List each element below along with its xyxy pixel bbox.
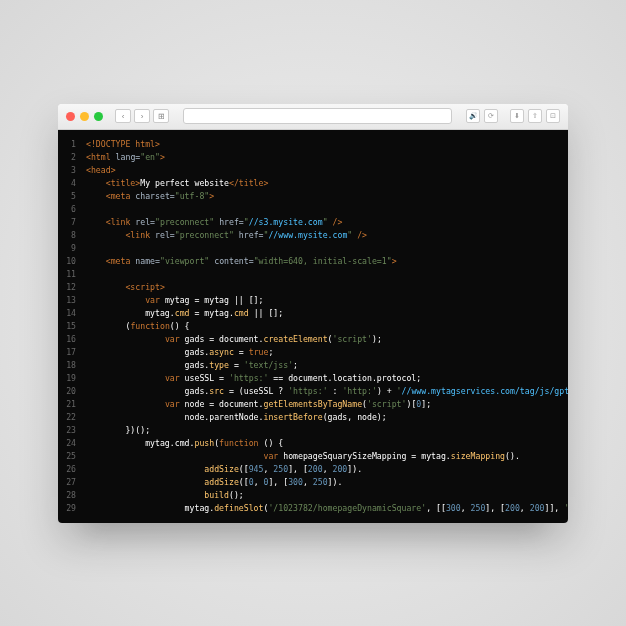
code-content: var homepageSquarySizeMapping = mytag.si… [86,450,568,463]
share-button[interactable]: ⇧ [528,109,542,123]
toolbar-actions: ⬇ ⇧ ⊡ [510,109,560,123]
code-content: <meta charset="utf-8"> [86,190,568,203]
line-number: 8 [58,229,86,242]
close-icon[interactable] [66,112,75,121]
code-content: <html lang="en"> [86,151,568,164]
code-content: addSize([0, 0], [300, 250]). [86,476,568,489]
code-line[interactable]: 6 [58,203,568,216]
code-line[interactable]: 21 var node = document.getElementsByTagN… [58,398,568,411]
code-line[interactable]: 5 <meta charset="utf-8"> [58,190,568,203]
line-number: 18 [58,359,86,372]
code-line[interactable]: 13 var mytag = mytag || []; [58,294,568,307]
line-number: 6 [58,203,86,216]
code-line[interactable]: 12 <script> [58,281,568,294]
code-content: <link rel="preconnect" href="//s3.mysite… [86,216,568,229]
code-line[interactable]: 9 [58,242,568,255]
code-line[interactable]: 18 gads.type = 'text/jss'; [58,359,568,372]
code-content: (function() { [86,320,568,333]
code-line[interactable]: 11 [58,268,568,281]
maximize-icon[interactable] [94,112,103,121]
code-content: addSize([945, 250], [200, 200]). [86,463,568,476]
line-number: 26 [58,463,86,476]
code-content: var gads = document.createElement('scrip… [86,333,568,346]
code-content: <link rel="preconnect" href="//www.mysit… [86,229,568,242]
code-content: gads.async = true; [86,346,568,359]
code-line[interactable]: 2<html lang="en"> [58,151,568,164]
code-content: <script> [86,281,568,294]
line-number: 19 [58,372,86,385]
nav-buttons: ‹ › ⊞ [115,109,169,123]
line-number: 23 [58,424,86,437]
minimize-icon[interactable] [80,112,89,121]
code-line[interactable]: 22 node.parentNode.insertBefore(gads, no… [58,411,568,424]
code-line[interactable]: 7 <link rel="preconnect" href="//s3.mysi… [58,216,568,229]
code-line[interactable]: 27 addSize([0, 0], [300, 250]). [58,476,568,489]
line-number: 13 [58,294,86,307]
line-number: 4 [58,177,86,190]
code-content: mytag.cmd.push(function () { [86,437,568,450]
code-line[interactable]: 25 var homepageSquarySizeMapping = mytag… [58,450,568,463]
code-line[interactable]: 1<!DOCTYPE html> [58,138,568,151]
line-number: 7 [58,216,86,229]
code-line[interactable]: 19 var useSSL = 'https:' == document.loc… [58,372,568,385]
code-line[interactable]: 10 <meta name="viewport" content="width=… [58,255,568,268]
toolbar-right: 🔊 ⟳ [466,109,498,123]
line-number: 28 [58,489,86,502]
line-number: 9 [58,242,86,255]
code-line[interactable]: 20 gads.src = (useSSL ? 'https:' : 'http… [58,385,568,398]
line-number: 12 [58,281,86,294]
code-line[interactable]: 14 mytag.cmd = mytag.cmd || []; [58,307,568,320]
forward-button[interactable]: › [134,109,150,123]
code-content: gads.src = (useSSL ? 'https:' : 'http:')… [86,385,568,398]
tabs-view-button[interactable]: ⊡ [546,109,560,123]
code-line[interactable]: 23 })(); [58,424,568,437]
line-number: 14 [58,307,86,320]
code-content: gads.type = 'text/jss'; [86,359,568,372]
code-content: var mytag = mytag || []; [86,294,568,307]
code-content: <head> [86,164,568,177]
code-content: <!DOCTYPE html> [86,138,568,151]
download-button[interactable]: ⬇ [510,109,524,123]
line-number: 29 [58,502,86,515]
code-line[interactable]: 17 gads.async = true; [58,346,568,359]
volume-icon[interactable]: 🔊 [466,109,480,123]
code-content: mytag.cmd = mytag.cmd || []; [86,307,568,320]
code-content: <meta name="viewport" content="width=640… [86,255,568,268]
code-line[interactable]: 24 mytag.cmd.push(function () { [58,437,568,450]
reload-button[interactable]: ⟳ [484,109,498,123]
line-number: 1 [58,138,86,151]
url-input[interactable] [183,108,452,124]
code-content: mytag.defineSlot('/1023782/homepageDynam… [86,502,568,515]
code-line[interactable]: 28 build(); [58,489,568,502]
code-content: })(); [86,424,568,437]
code-line[interactable]: 29 mytag.defineSlot('/1023782/homepageDy… [58,502,568,515]
back-button[interactable]: ‹ [115,109,131,123]
code-line[interactable]: 26 addSize([945, 250], [200, 200]). [58,463,568,476]
browser-window: ‹ › ⊞ 🔊 ⟳ ⬇ ⇧ ⊡ 1<!DOCTYPE html>2<html l… [58,104,568,523]
line-number: 24 [58,437,86,450]
code-line[interactable]: 3<head> [58,164,568,177]
code-line[interactable]: 16 var gads = document.createElement('sc… [58,333,568,346]
line-number: 11 [58,268,86,281]
titlebar: ‹ › ⊞ 🔊 ⟳ ⬇ ⇧ ⊡ [58,104,568,130]
code-content [86,203,568,216]
line-number: 25 [58,450,86,463]
code-content: var node = document.getElementsByTagName… [86,398,568,411]
traffic-lights [66,112,103,121]
line-number: 22 [58,411,86,424]
line-number: 2 [58,151,86,164]
code-content: node.parentNode.insertBefore(gads, node)… [86,411,568,424]
code-line[interactable]: 4 <title>My perfect website</title> [58,177,568,190]
line-number: 27 [58,476,86,489]
code-content [86,242,568,255]
line-number: 17 [58,346,86,359]
code-editor[interactable]: 1<!DOCTYPE html>2<html lang="en">3<head>… [58,130,568,523]
code-content [86,268,568,281]
code-content: build(); [86,489,568,502]
code-content: <title>My perfect website</title> [86,177,568,190]
tabs-button[interactable]: ⊞ [153,109,169,123]
code-line[interactable]: 8 <link rel="preconnect" href="//www.mys… [58,229,568,242]
line-number: 5 [58,190,86,203]
line-number: 3 [58,164,86,177]
code-line[interactable]: 15 (function() { [58,320,568,333]
